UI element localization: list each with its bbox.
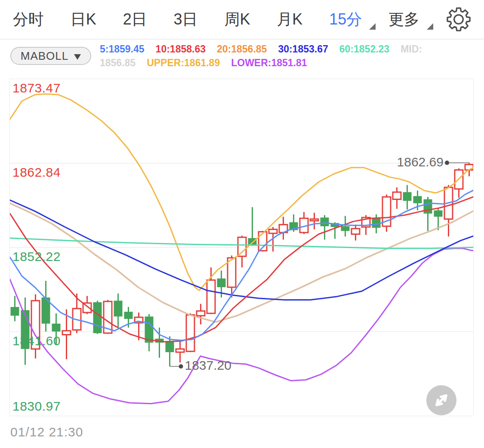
- chart-canvas: [10, 79, 473, 416]
- indicator-selector-label: MABOLL: [21, 49, 69, 63]
- tab-3day-k[interactable]: 3日: [174, 12, 198, 27]
- tab-monthly-k[interactable]: 月K: [277, 12, 302, 27]
- tab-weekly-k[interactable]: 周K: [224, 12, 250, 27]
- ma5-value: 5:1859.45: [100, 42, 145, 56]
- indicator-selector-button[interactable]: MABOLL: [10, 47, 91, 65]
- boll-mid-value: 1856.85: [100, 56, 136, 70]
- current-price-label: 1862.69: [397, 154, 444, 170]
- tab-more-label: 更多: [388, 10, 419, 28]
- y-axis-label: 1862.84: [12, 166, 61, 179]
- ma20-value: 20:1856.85: [217, 42, 267, 56]
- tab-more[interactable]: 更多: [388, 12, 419, 27]
- y-axis-label: 1830.97: [12, 400, 61, 413]
- caret-down-icon: [74, 54, 81, 60]
- ma30-value: 30:1853.67: [278, 42, 328, 56]
- y-axis-label: 1852.22: [12, 250, 61, 263]
- tab-2day-k[interactable]: 2日: [123, 12, 147, 27]
- indicator-values: 5:1859.45 10:1858.63 20:1856.85 30:1853.…: [100, 42, 422, 70]
- chevron-down-icon: [369, 23, 376, 30]
- candlestick-chart[interactable]: 1873.47 1862.84 1852.22 1841.60 1830.97: [9, 79, 474, 416]
- boll-lower-value: LOWER:1851.81: [231, 56, 307, 70]
- expand-arrows-icon: [426, 385, 456, 415]
- indicator-bar: MABOLL 5:1859.45 10:1858.63 20:1856.85 3…: [10, 42, 422, 70]
- gear-icon: [446, 7, 471, 32]
- low-price-label: 1837.20: [185, 358, 231, 373]
- boll-mid-key: MID:: [401, 42, 422, 56]
- x-axis-time-label: 01/12 21:30: [10, 425, 83, 439]
- tab-time-share[interactable]: 分时: [13, 12, 44, 27]
- ma10-value: 10:1858.63: [156, 42, 206, 56]
- tab-daily-k[interactable]: 日K: [71, 12, 96, 27]
- y-axis-label: 1841.60: [12, 334, 61, 347]
- fullscreen-button[interactable]: [426, 385, 456, 415]
- settings-button[interactable]: [446, 7, 471, 32]
- ma60-value: 60:1852.23: [339, 42, 389, 56]
- y-axis-label: 1873.47: [12, 82, 61, 95]
- tab-15min[interactable]: 15分: [329, 12, 362, 27]
- boll-upper-value: UPPER:1861.89: [147, 56, 220, 70]
- chevron-down-icon: [427, 23, 433, 30]
- chart-period-tabbar: 分时 日K 2日 3日 周K 月K 15分 更多: [0, 0, 484, 40]
- tab-15min-label: 15分: [329, 10, 362, 28]
